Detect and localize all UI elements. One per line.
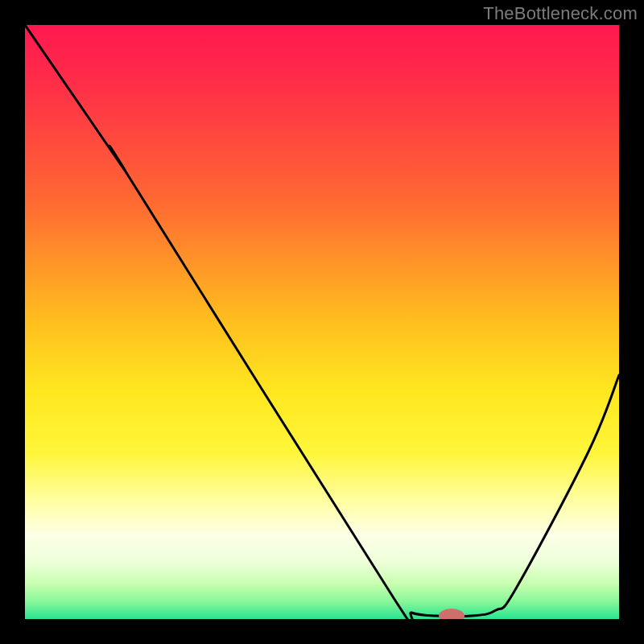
watermark-text: TheBottleneck.com: [483, 3, 638, 24]
plot-svg: [25, 25, 619, 619]
plot-area: [25, 25, 619, 619]
gradient-fill: [25, 25, 619, 619]
chart-frame: TheBottleneck.com: [0, 0, 644, 644]
